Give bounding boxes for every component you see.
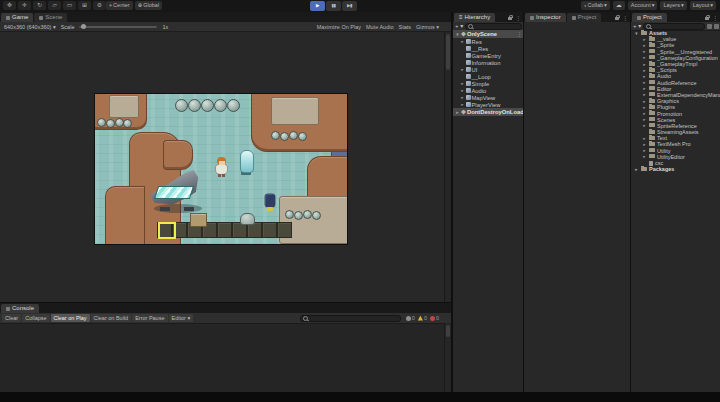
- console-search-input[interactable]: [300, 315, 401, 322]
- tab-scene[interactable]: Scene: [34, 13, 67, 22]
- lock-icon[interactable]: [615, 17, 619, 20]
- hierarchy-item-playerview[interactable]: ▸PlayerView: [453, 101, 524, 108]
- foldout-icon[interactable]: ▸: [642, 37, 647, 42]
- foldout-icon[interactable]: ▸: [642, 148, 647, 153]
- mute-audio-button[interactable]: Mute Audio: [366, 24, 394, 30]
- play-button[interactable]: ▶: [310, 1, 325, 11]
- tab-inspector[interactable]: Inspector: [525, 13, 566, 22]
- foldout-icon[interactable]: ▸: [642, 43, 647, 48]
- kebab-menu-icon[interactable]: ⋮: [517, 30, 522, 38]
- project-folder-externaldependencymanager[interactable]: ▸ExternalDependencyManager: [631, 92, 720, 98]
- transform-tool[interactable]: ⊞: [78, 1, 91, 10]
- hierarchy-item-simple[interactable]: ▸Simple: [453, 80, 524, 87]
- foldout-icon[interactable]: ▸: [642, 117, 647, 122]
- tab-project[interactable]: Project: [632, 13, 667, 22]
- foldout-icon[interactable]: ▸: [642, 105, 647, 110]
- console-scrollbar-thumb[interactable]: [446, 325, 450, 337]
- foldout-icon[interactable]: ▸: [642, 123, 647, 128]
- hierarchy-item-audio[interactable]: ▸Audio: [453, 87, 524, 94]
- lock-icon[interactable]: [705, 17, 709, 20]
- foldout-icon[interactable]: ▾: [455, 32, 460, 37]
- warning-badge[interactable]: 0: [418, 315, 427, 321]
- step-button[interactable]: ▶▮: [342, 1, 357, 11]
- clear-button[interactable]: Clear: [2, 314, 21, 322]
- kebab-menu-icon[interactable]: ⋮: [515, 14, 521, 22]
- rotate-tool[interactable]: ↻: [33, 1, 46, 10]
- foldout-icon[interactable]: ▸: [642, 68, 647, 73]
- gizmos-button[interactable]: Gizmos ▾: [416, 24, 439, 30]
- hierarchy-item-ui[interactable]: ▸UI: [453, 66, 524, 73]
- foldout-icon[interactable]: ▸: [634, 167, 639, 172]
- clear-on-play-button[interactable]: Clear on Play: [51, 314, 90, 322]
- hierarchy-item--loop[interactable]: __Loop: [453, 73, 524, 80]
- hierarchy-item-res[interactable]: ▸Res: [453, 38, 524, 45]
- project-folder--sprite-unregistered[interactable]: ▸_Sprite__Unregistered: [631, 49, 720, 55]
- info-badge[interactable]: 0: [406, 315, 415, 321]
- scene-row-dontdestroyonload[interactable]: ▸DontDestroyOnLoad⋮: [453, 108, 524, 116]
- foldout-icon[interactable]: ▸: [642, 92, 647, 97]
- hand-tool[interactable]: ✥: [3, 1, 16, 10]
- cloud-button[interactable]: ☁: [613, 1, 625, 10]
- tab-project[interactable]: Project: [567, 13, 602, 22]
- foldout-icon[interactable]: ▸: [460, 95, 465, 100]
- editor-button[interactable]: Editor ▾: [169, 314, 194, 322]
- foldout-icon[interactable]: ▸: [642, 136, 647, 141]
- foldout-icon[interactable]: ▸: [642, 55, 647, 60]
- tab-game[interactable]: Game: [1, 13, 33, 22]
- console-log-area[interactable]: [0, 323, 451, 393]
- move-tool[interactable]: ✛: [18, 1, 31, 10]
- game-viewport[interactable]: [95, 94, 347, 244]
- project-search-input[interactable]: [643, 23, 705, 30]
- foldout-icon[interactable]: ▸: [460, 67, 465, 72]
- search-by-label-icon[interactable]: [714, 24, 719, 29]
- foldout-icon[interactable]: ▾: [634, 31, 639, 36]
- scale-slider[interactable]: [79, 26, 157, 28]
- lock-icon[interactable]: [508, 17, 512, 20]
- foldout-icon[interactable]: ▸: [642, 74, 647, 79]
- pause-button[interactable]: ▮▮: [326, 1, 341, 11]
- layout-dropdown[interactable]: Layout▾: [690, 1, 716, 10]
- project-root-packages[interactable]: ▸Packages: [631, 166, 720, 172]
- project-folder--gameplayconfiguration[interactable]: ▸_GameplayConfiguration: [631, 55, 720, 61]
- foldout-icon[interactable]: ▸: [642, 62, 647, 67]
- pivot-button[interactable]: ⌖ Center: [106, 1, 133, 10]
- error-badge[interactable]: 0: [430, 315, 439, 321]
- hierarchy-search-input[interactable]: [465, 23, 522, 30]
- foldout-icon[interactable]: ▸: [460, 39, 465, 44]
- kebab-menu-icon[interactable]: ⋮: [622, 14, 628, 22]
- clear-on-build-button[interactable]: Clear on Build: [91, 314, 132, 322]
- foldout-icon[interactable]: ▸: [460, 88, 465, 93]
- search-by-type-icon[interactable]: [707, 24, 712, 29]
- account-dropdown[interactable]: Account▾: [628, 1, 658, 10]
- hierarchy-item-mapview[interactable]: ▸MapView: [453, 94, 524, 101]
- project-add-button[interactable]: + ▾: [633, 22, 641, 30]
- scale-slider-thumb[interactable]: [81, 24, 86, 29]
- tab-console[interactable]: Console: [1, 304, 39, 313]
- kebab-menu-icon[interactable]: ⋮: [712, 14, 718, 22]
- layers-dropdown[interactable]: Layers▾: [660, 1, 686, 10]
- tab-hierarchy[interactable]: ≡ Hierarchy: [454, 13, 495, 22]
- foldout-icon[interactable]: ▸: [460, 81, 465, 86]
- game-scrollbar-thumb[interactable]: [446, 34, 450, 70]
- space-button[interactable]: ⊕ Global: [135, 1, 163, 10]
- foldout-icon[interactable]: ▸: [642, 86, 647, 91]
- foldout-icon[interactable]: ▸: [455, 110, 460, 115]
- collab-dropdown[interactable]: ●Collab▾: [581, 1, 610, 10]
- foldout-icon[interactable]: ▸: [642, 99, 647, 104]
- hierarchy-item--res[interactable]: __Res: [453, 45, 524, 52]
- hierarchy-item-information[interactable]: Information: [453, 59, 524, 66]
- hierarchy-add-button[interactable]: + ▾: [455, 22, 463, 30]
- foldout-icon[interactable]: ▸: [642, 80, 647, 85]
- foldout-icon[interactable]: ▸: [642, 111, 647, 116]
- maximize-on-play-button[interactable]: Maximize On Play: [317, 24, 361, 30]
- stats-button[interactable]: Stats: [399, 24, 412, 30]
- console-scrollbar[interactable]: [444, 323, 451, 393]
- foldout-icon[interactable]: ▸: [642, 154, 647, 159]
- error-pause-button[interactable]: Error Pause: [132, 314, 167, 322]
- scale-tool[interactable]: ▱: [48, 1, 61, 10]
- collapse-button[interactable]: Collapse: [22, 314, 49, 322]
- scene-row-onlyscene[interactable]: ▾OnlyScene⋮: [453, 30, 524, 38]
- foldout-icon[interactable]: ▸: [460, 102, 465, 107]
- resolution-dropdown[interactable]: 640x360 (640x360) ▾: [4, 24, 56, 30]
- game-scrollbar[interactable]: [444, 32, 451, 302]
